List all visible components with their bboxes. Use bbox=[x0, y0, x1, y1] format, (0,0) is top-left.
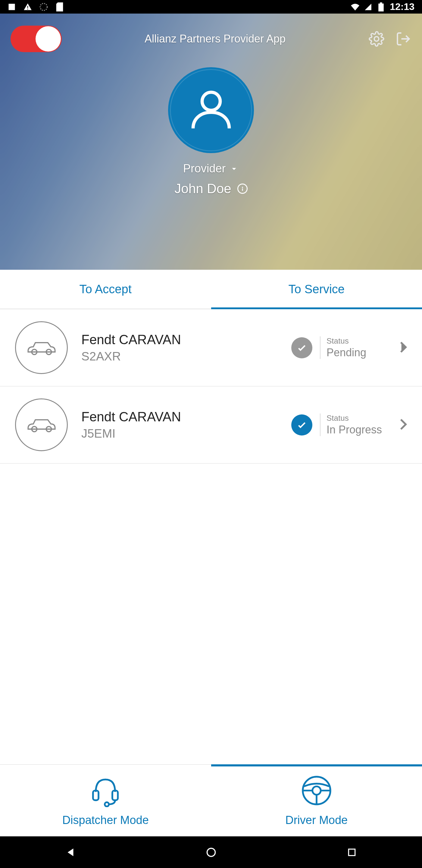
role-label: Provider bbox=[183, 162, 226, 175]
svg-rect-13 bbox=[112, 790, 118, 800]
triangle-back-icon bbox=[65, 846, 76, 858]
tab-to-accept[interactable]: To Accept bbox=[0, 270, 211, 309]
info-icon bbox=[239, 185, 246, 192]
tab-to-service[interactable]: To Service bbox=[211, 270, 422, 309]
wifi-icon bbox=[351, 3, 359, 11]
tab-dispatcher-mode[interactable]: Dispatcher Mode bbox=[0, 765, 211, 836]
car-icon bbox=[25, 339, 58, 357]
toggle-knob bbox=[36, 26, 61, 52]
avatar[interactable] bbox=[168, 67, 254, 153]
android-nav-bar bbox=[0, 836, 422, 868]
sd-card-icon bbox=[56, 3, 64, 11]
chevron-right-icon bbox=[400, 418, 407, 432]
status-column: Status In Progress bbox=[291, 413, 386, 436]
role-selector[interactable]: Provider bbox=[183, 162, 239, 175]
profile-section: Provider John Doe bbox=[0, 67, 422, 196]
svg-point-14 bbox=[105, 802, 109, 806]
status-check-circle bbox=[291, 337, 312, 358]
tab-driver-mode[interactable]: Driver Mode bbox=[211, 765, 422, 836]
vehicle-icon-wrap bbox=[15, 398, 68, 451]
vehicle-icon-wrap bbox=[15, 321, 68, 374]
svg-point-17 bbox=[207, 848, 215, 856]
status-label: Status bbox=[326, 413, 386, 423]
header-actions bbox=[368, 31, 412, 47]
circle-home-icon bbox=[206, 847, 217, 858]
chevron-down-icon bbox=[229, 164, 239, 174]
svg-rect-1 bbox=[27, 6, 28, 8]
svg-rect-0 bbox=[9, 4, 15, 10]
service-tabs: To Accept To Service bbox=[0, 270, 422, 309]
availability-toggle[interactable] bbox=[10, 26, 62, 52]
car-icon bbox=[25, 416, 58, 434]
svg-rect-4 bbox=[380, 2, 382, 4]
check-icon bbox=[296, 342, 307, 353]
square-recent-icon bbox=[347, 847, 357, 857]
content-spacer bbox=[0, 464, 422, 764]
chevron-right-icon bbox=[400, 341, 407, 354]
vehicle-info: Fendt CARAVAN J5EMI bbox=[81, 409, 278, 440]
svg-rect-7 bbox=[242, 188, 243, 191]
status-value: Pending bbox=[326, 346, 386, 359]
battery-icon bbox=[377, 3, 385, 11]
person-icon bbox=[187, 86, 235, 134]
svg-point-3 bbox=[40, 3, 47, 10]
svg-rect-12 bbox=[93, 790, 98, 800]
logout-button[interactable] bbox=[395, 31, 412, 47]
sync-icon bbox=[39, 3, 48, 11]
android-status-bar: 12:13 bbox=[0, 0, 422, 13]
svg-rect-2 bbox=[27, 8, 28, 9]
status-text: Status Pending bbox=[320, 336, 386, 359]
vehicle-name: Fendt CARAVAN bbox=[81, 409, 278, 424]
status-column: Status Pending bbox=[291, 336, 386, 359]
status-right-icons: 12:13 bbox=[351, 1, 415, 12]
header-section: Allianz Partners Provider App bbox=[0, 13, 422, 270]
settings-button[interactable] bbox=[368, 31, 385, 47]
top-bar: Allianz Partners Provider App bbox=[0, 13, 422, 52]
status-text: Status In Progress bbox=[320, 413, 386, 436]
svg-rect-18 bbox=[349, 849, 355, 855]
headset-icon bbox=[88, 773, 123, 808]
app-content: Allianz Partners Provider App bbox=[0, 13, 422, 836]
app-notification-icon bbox=[7, 3, 16, 11]
app-title: Allianz Partners Provider App bbox=[62, 32, 368, 45]
status-check-circle bbox=[291, 414, 312, 435]
nav-back-button[interactable] bbox=[63, 845, 78, 860]
warning-icon bbox=[24, 3, 32, 11]
svg-rect-5 bbox=[378, 3, 384, 11]
driver-label: Driver Mode bbox=[285, 814, 348, 827]
status-time: 12:13 bbox=[390, 1, 415, 12]
vehicle-info: Fendt CARAVAN S2AXR bbox=[81, 332, 278, 363]
dispatcher-label: Dispatcher Mode bbox=[62, 814, 149, 827]
gear-icon bbox=[369, 31, 384, 47]
info-button[interactable] bbox=[237, 184, 248, 194]
signal-icon bbox=[364, 3, 372, 11]
logout-icon bbox=[395, 31, 411, 47]
list-item[interactable]: Fendt CARAVAN S2AXR Status Pending bbox=[0, 309, 422, 386]
status-left-icons bbox=[7, 3, 64, 11]
vehicle-code: J5EMI bbox=[81, 427, 278, 440]
nav-home-button[interactable] bbox=[204, 845, 218, 860]
service-list: Fendt CARAVAN S2AXR Status Pending bbox=[0, 309, 422, 464]
user-name-row: John Doe bbox=[174, 181, 247, 196]
vehicle-name: Fendt CARAVAN bbox=[81, 332, 278, 347]
svg-point-6 bbox=[242, 187, 243, 188]
check-icon bbox=[296, 420, 307, 430]
nav-recent-button[interactable] bbox=[345, 845, 359, 860]
mode-tabs: Dispatcher Mode Driver Mode bbox=[0, 764, 422, 836]
status-value: In Progress bbox=[326, 424, 386, 436]
list-item[interactable]: Fendt CARAVAN J5EMI Status In Progress bbox=[0, 386, 422, 464]
vehicle-code: S2AXR bbox=[81, 350, 278, 363]
steering-wheel-icon bbox=[299, 773, 334, 808]
user-name: John Doe bbox=[174, 181, 231, 196]
svg-point-16 bbox=[312, 786, 321, 795]
status-label: Status bbox=[326, 336, 386, 346]
